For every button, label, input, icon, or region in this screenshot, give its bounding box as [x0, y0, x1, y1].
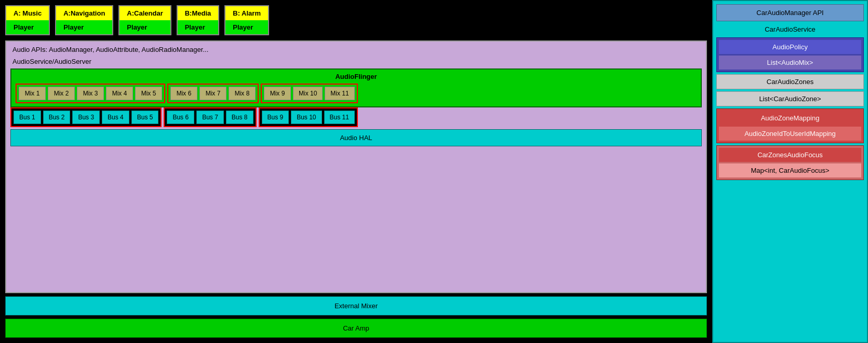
- app-player-card: B:MediaPlayer: [177, 5, 220, 35]
- bus-box: Bus 8: [226, 111, 253, 124]
- right-panel: CarAudioManager API CarAudioService Audi…: [712, 0, 868, 343]
- car-audio-zones-bar: CarAudioZones: [716, 74, 864, 89]
- mix-box: Mix 1: [19, 87, 46, 100]
- bus-box: Bus 3: [72, 111, 100, 124]
- list-car-audio-zone-bar: List<CarAudioZone>: [716, 91, 864, 106]
- car-amp-bar: Car Amp: [5, 319, 707, 338]
- bus-box: Bus 4: [102, 111, 129, 124]
- audio-zone-mapping-bar: AudioZoneMapping: [719, 111, 861, 125]
- bus-box: Bus 7: [196, 111, 224, 124]
- player-label: Player: [225, 20, 268, 34]
- audio-service-label: AudioService/AudioServer: [10, 57, 702, 66]
- app-label: A:Calendar: [119, 6, 170, 20]
- bus-box: Bus 1: [14, 111, 41, 124]
- app-player-card: A:NavigationPlayer: [55, 5, 113, 35]
- bus-zone-group: Bus 9Bus 10Bus 11: [259, 107, 358, 127]
- mix-box: Mix 7: [199, 87, 226, 100]
- bus-box: Bus 2: [43, 111, 71, 124]
- app-label: B:Media: [178, 6, 219, 20]
- mix-box: Mix 11: [325, 87, 354, 100]
- map-car-audio-focus-bar: Map<int, CarAudioFocus>: [719, 163, 861, 177]
- list-audio-mix-bar: List<AudioMix>: [719, 56, 861, 70]
- player-label: Player: [6, 20, 49, 34]
- audio-zone-mapping-section: AudioZoneMapping AudioZoneIdToUserIdMapp…: [716, 108, 864, 143]
- audio-policy-bar: AudioPolicy: [719, 40, 861, 54]
- audio-flinger-container: AudioFlinger Mix 1Mix 2Mix 3Mix 4Mix 5Mi…: [10, 68, 702, 107]
- bus-box: Bus 6: [167, 111, 194, 124]
- zone-group: Mix 6Mix 7Mix 8: [167, 84, 259, 103]
- car-audio-manager-bar: CarAudioManager API: [716, 4, 864, 21]
- mix-box: Mix 2: [48, 87, 75, 100]
- audio-zone-id-mapping-bar: AudioZoneIdToUserIdMapping: [719, 127, 861, 141]
- app-player-card: A:CalendarPlayer: [118, 5, 171, 35]
- mix-box: Mix 4: [106, 87, 133, 100]
- mix-box: Mix 3: [77, 87, 104, 100]
- mix-box: Mix 5: [135, 87, 162, 100]
- left-panel: A: MusicPlayerA:NavigationPlayerA:Calend…: [0, 0, 712, 343]
- zone-group: Mix 9Mix 10Mix 11: [261, 84, 358, 103]
- player-label: Player: [119, 20, 170, 34]
- bus-box: Bus 10: [291, 111, 322, 124]
- zone-group: Mix 1Mix 2Mix 3Mix 4Mix 5: [16, 84, 165, 103]
- app-player-card: B: AlarmPlayer: [224, 5, 269, 35]
- audio-hal-bar: Audio HAL: [10, 129, 702, 146]
- car-zones-audio-focus-section: CarZonesAudioFocus Map<int, CarAudioFocu…: [716, 145, 864, 180]
- bus-box: Bus 11: [324, 111, 355, 124]
- main-stack: Audio APIs: AudioManager, AudioAttribute…: [5, 40, 707, 293]
- zones-bus-row: Bus 1Bus 2Bus 3Bus 4Bus 5Bus 6Bus 7Bus 8…: [10, 107, 702, 127]
- audio-policy-section: AudioPolicy List<AudioMix>: [716, 37, 864, 72]
- zones-mix-row: Mix 1Mix 2Mix 3Mix 4Mix 5Mix 6Mix 7Mix 8…: [16, 84, 697, 103]
- player-label: Player: [56, 20, 112, 34]
- bus-zone-group: Bus 6Bus 7Bus 8: [164, 107, 256, 127]
- audio-apis-label: Audio APIs: AudioManager, AudioAttribute…: [10, 45, 702, 54]
- mix-box: Mix 6: [170, 87, 197, 100]
- mix-box: Mix 8: [229, 87, 256, 100]
- mix-box: Mix 9: [264, 87, 291, 100]
- app-player-card: A: MusicPlayer: [5, 5, 50, 35]
- car-zones-audio-focus-bar: CarZonesAudioFocus: [719, 148, 861, 162]
- bus-box: Bus 9: [262, 111, 289, 124]
- bus-box: Bus 5: [131, 111, 159, 124]
- app-label: A:Navigation: [56, 6, 112, 20]
- app-label: A: Music: [6, 6, 49, 20]
- mix-box: Mix 10: [293, 87, 323, 100]
- car-audio-service-label: CarAudioService: [716, 23, 864, 35]
- player-label: Player: [178, 20, 219, 34]
- app-label: B: Alarm: [225, 6, 268, 20]
- app-players-row: A: MusicPlayerA:NavigationPlayerA:Calend…: [5, 5, 707, 35]
- bus-zone-group: Bus 1Bus 2Bus 3Bus 4Bus 5: [10, 107, 162, 127]
- audio-flinger-label: AudioFlinger: [16, 73, 697, 80]
- external-mixer-bar: External Mixer: [5, 296, 707, 315]
